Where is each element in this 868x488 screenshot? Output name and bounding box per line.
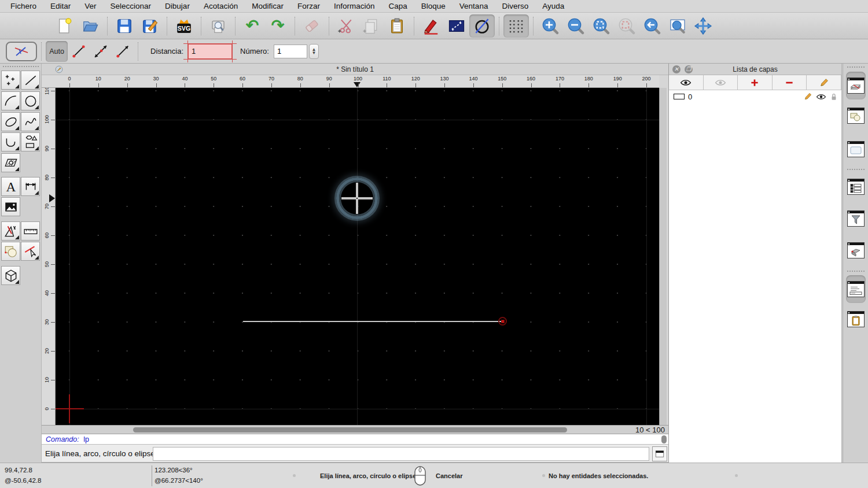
menu-item-modificar[interactable]: Modificar <box>245 0 290 13</box>
dock-toggle-filter[interactable] <box>846 207 866 230</box>
palette-drag-handle[interactable] <box>3 66 39 67</box>
menu-item-diverso[interactable]: Diverso <box>495 0 535 13</box>
image-tool-button[interactable] <box>1 197 20 216</box>
measure-distance-button[interactable] <box>444 14 469 38</box>
dock-toggle-property-editor[interactable] <box>846 239 866 262</box>
layer-panel-toolbar <box>669 75 841 90</box>
save-button[interactable] <box>112 14 137 38</box>
distance-input[interactable] <box>188 44 232 59</box>
zoom-window-button[interactable] <box>665 14 690 38</box>
layer-row[interactable]: 0 <box>669 90 841 103</box>
line-entity[interactable] <box>243 321 502 322</box>
relative-polar-coordinates: @66.2737<140° <box>155 477 203 484</box>
line-midpoint-button[interactable] <box>90 41 112 62</box>
menu-item-seleccionar[interactable]: Seleccionar <box>104 0 159 13</box>
dock-strip-handle[interactable] <box>847 66 865 68</box>
zoom-auto-button[interactable] <box>589 14 614 38</box>
menu-item-forzar[interactable]: Forzar <box>290 0 327 13</box>
number-input[interactable] <box>274 45 307 58</box>
zoom-in-button[interactable] <box>538 14 563 38</box>
3d-box-tool-button[interactable] <box>1 266 20 285</box>
zoom-out-button[interactable] <box>563 14 589 38</box>
menu-item-editar[interactable]: Editar <box>43 0 78 13</box>
export-svg-button[interactable]: SVG <box>171 14 197 38</box>
layer-color-swatch[interactable] <box>674 94 685 99</box>
menu-item-fichero[interactable]: Fichero <box>3 0 43 13</box>
drawing-canvas[interactable] <box>56 88 659 425</box>
v-ruler-label: 30 <box>44 318 50 326</box>
menu-item-ventana[interactable]: Ventana <box>453 0 495 13</box>
vertical-scrollbar[interactable] <box>659 88 667 425</box>
undo-button[interactable]: ↶ <box>240 14 265 38</box>
menu-item-ver[interactable]: Ver <box>78 0 103 13</box>
auto-mode-button[interactable]: Auto <box>46 41 68 62</box>
h-ruler-label: 180 <box>584 76 593 82</box>
dock-toggle-library-browser[interactable] <box>846 138 866 161</box>
text-tool-button[interactable]: A <box>1 177 20 196</box>
menu-item-información[interactable]: Información <box>327 0 382 13</box>
arc-tool-button[interactable] <box>1 91 20 110</box>
horizontal-scrollbar[interactable]: 10 < 100 <box>42 425 668 434</box>
show-all-layers-button[interactable] <box>669 75 704 90</box>
undock-icon[interactable]: ❐ <box>685 65 693 73</box>
dock-toggle-command-line[interactable] <box>846 275 866 303</box>
zoom-previous-button[interactable] <box>639 14 665 38</box>
layer-lock-icon[interactable] <box>830 93 838 101</box>
horizontal-scrollbar-thumb[interactable] <box>133 427 567 432</box>
number-stepper[interactable]: ▲▼ <box>309 44 319 59</box>
hide-all-layers-button[interactable] <box>704 75 738 90</box>
hatch-tool-button[interactable] <box>1 153 20 172</box>
measure-tool-button[interactable] <box>21 221 40 241</box>
remove-layer-button[interactable] <box>773 75 807 90</box>
menu-item-acotación[interactable]: Acotación <box>197 0 245 13</box>
new-document-button[interactable] <box>52 14 78 38</box>
spline-tool-button[interactable] <box>21 112 40 131</box>
dimension-tool-button[interactable] <box>21 177 40 196</box>
line-two-points-button[interactable] <box>68 41 90 62</box>
cut-button[interactable] <box>333 14 359 38</box>
open-document-button[interactable] <box>78 14 103 38</box>
polygon-tool-button[interactable] <box>21 132 40 151</box>
dock-toggle-layer-list[interactable] <box>846 72 866 99</box>
grid-info: 10 < 100 <box>635 426 665 434</box>
menu-item-capa[interactable]: Capa <box>382 0 414 13</box>
layer-edit-pencil-icon[interactable] <box>803 92 812 101</box>
dock-toggle-block-list[interactable] <box>846 104 866 127</box>
command-history-scrollbar[interactable] <box>661 435 667 443</box>
polyline-tool-button[interactable] <box>1 132 20 151</box>
paste-button[interactable] <box>384 14 410 38</box>
dock-toggle-entity-list[interactable] <box>846 175 866 198</box>
layer-visible-eye-icon[interactable] <box>816 93 826 101</box>
close-icon[interactable]: ✕ <box>672 65 681 73</box>
zoom-selection-button[interactable] <box>614 14 639 38</box>
dock-toggle-clipboard[interactable] <box>846 308 866 331</box>
eraser-button[interactable] <box>299 14 325 38</box>
redo-button[interactable]: ↷ <box>265 14 290 38</box>
menu-item-dibujar[interactable]: Dibujar <box>158 0 197 13</box>
line-tool-button[interactable] <box>21 71 40 90</box>
print-preview-button[interactable] <box>205 14 231 38</box>
pan-button[interactable] <box>690 14 716 38</box>
document-title-bar[interactable]: * Sin título 1 <box>42 64 668 75</box>
line-start-point-button[interactable] <box>112 41 134 62</box>
ellipse-tool-button[interactable] <box>1 112 20 131</box>
command-options-button[interactable] <box>652 446 667 461</box>
edit-layer-button[interactable] <box>807 75 841 90</box>
order-tool-button[interactable] <box>1 242 20 261</box>
command-input[interactable] <box>153 447 649 461</box>
svg-text:A: A <box>6 179 16 194</box>
toggle-grid-button[interactable] <box>503 14 529 38</box>
snap-selector-button[interactable] <box>6 42 37 61</box>
circle-tool-button[interactable] <box>21 91 40 110</box>
draft-mode-button[interactable] <box>469 14 495 38</box>
edit-pencil-button[interactable] <box>418 14 444 38</box>
points-tool-button[interactable] <box>1 71 20 90</box>
save-as-button[interactable] <box>137 14 163 38</box>
h-ruler-label: 200 <box>642 76 650 82</box>
select-entity-tool-button[interactable] <box>21 242 40 261</box>
add-layer-button[interactable] <box>738 75 773 90</box>
menu-item-bloque[interactable]: Bloque <box>414 0 453 13</box>
menu-item-ayuda[interactable]: Ayuda <box>535 0 571 13</box>
copy-button[interactable] <box>359 14 384 38</box>
misc-draw-tool-button[interactable] <box>1 221 20 241</box>
